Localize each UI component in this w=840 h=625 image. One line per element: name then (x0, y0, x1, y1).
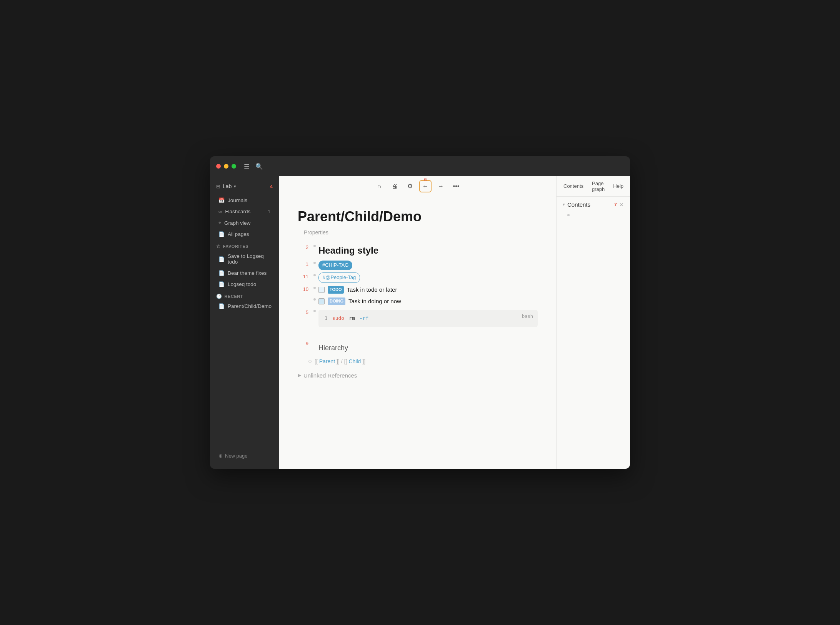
contents-caret-icon[interactable]: ▾ (563, 202, 565, 207)
page-title: Parent/Child/Demo (298, 209, 538, 225)
plugins-button[interactable]: ⚙ (404, 180, 416, 192)
maximize-button[interactable] (232, 164, 236, 169)
block-row: 11 #@People-Tag (298, 272, 538, 283)
workspace-name: Lab (223, 183, 232, 189)
sidebar-item-save-logseq[interactable]: 📄 Save to Logseq todo (212, 251, 277, 267)
contents-dot (567, 214, 570, 216)
block-number (298, 297, 308, 298)
todo-text: Task in todo or later (347, 285, 397, 294)
forward-button[interactable]: → (435, 180, 447, 192)
block-bullet (311, 272, 318, 276)
doing-text: Task in doing or now (348, 297, 401, 306)
block-bullet (311, 243, 318, 247)
forward-icon: → (438, 183, 444, 190)
block-row: 10 TODO Task in todo or later (298, 285, 538, 294)
sidebar-item-journals[interactable]: 📅 Journals (212, 195, 277, 206)
back-badge: 6 (424, 177, 427, 182)
workspace-selector[interactable]: ⊟ Lab ▾ 4 (210, 181, 279, 192)
code-sudo: sudo (332, 314, 344, 323)
hierarchy-separator: / (341, 358, 343, 364)
clock-icon: 🕐 (216, 294, 222, 299)
star-icon: ☆ (216, 244, 221, 249)
hierarchy-child-link[interactable]: Child (348, 358, 361, 364)
workspace-icon: ⊟ (216, 184, 220, 189)
hierarchy-bullet (308, 360, 312, 363)
code-lang: bash (522, 313, 533, 320)
hierarchy-row: [[ Parent ]] / [[ Child ]] (298, 358, 538, 364)
page-properties: Properties (298, 229, 538, 236)
workspace-caret-icon: ▾ (234, 184, 236, 189)
unlinked-references: ▶ Unlinked References (298, 372, 538, 379)
sidebar-bottom: ⊕ New page (210, 448, 279, 464)
todo-checkbox[interactable] (318, 287, 325, 293)
journals-icon: 📅 (218, 197, 225, 203)
sidebar-item-label: Parent/Child/Demo (228, 303, 272, 309)
unlinked-refs-caret-icon[interactable]: ▶ (298, 373, 301, 378)
toolbar: ⌂ 🖨 ⚙ ← 6 → ••• (279, 176, 556, 196)
minimize-button[interactable] (224, 164, 228, 169)
titlebar: ☰ 🔍 (210, 156, 630, 176)
more-button[interactable]: ••• (450, 180, 462, 192)
code-flag: -rf (360, 314, 368, 323)
page-icon: 📄 (218, 303, 225, 309)
sidebar-item-all-pages[interactable]: 📄 All pages (212, 229, 277, 239)
tab-page-graph[interactable]: Page graph (588, 179, 608, 194)
close-button[interactable] (216, 164, 221, 169)
close-icon[interactable]: ✕ (619, 202, 624, 208)
tab-help[interactable]: Help (609, 181, 627, 191)
block-number: 10 (298, 285, 308, 292)
contents-header: ▾ Contents 7 ✕ (557, 197, 630, 211)
sidebar-item-label: All pages (228, 231, 249, 237)
new-page-icon: ⊕ (218, 453, 223, 459)
block-bullet (311, 285, 318, 289)
code-block: bash 1 sudo rm -rf (318, 310, 538, 327)
sidebar: ⊟ Lab ▾ 4 📅 Journals ∞ Flashcards 1 ⌖ Gr… (210, 176, 279, 469)
home-button[interactable]: ⌂ (373, 180, 385, 192)
block-row: 5 bash 1 sudo rm -rf (298, 308, 538, 327)
tab-contents[interactable]: Contents (560, 181, 587, 191)
home-icon: ⌂ (377, 183, 381, 190)
sidebar-item-recent-parent-child[interactable]: 📄 Parent/Child/Demo (212, 301, 277, 311)
menu-icon[interactable]: ☰ (244, 163, 249, 170)
doing-checkbox[interactable] (318, 298, 325, 304)
back-icon: ← (422, 183, 428, 190)
sidebar-item-label: Journals (228, 197, 247, 203)
contents-title: Contents (567, 201, 590, 208)
hierarchy-parent-link[interactable]: Parent (319, 358, 335, 364)
people-tag[interactable]: #@People-Tag (318, 272, 360, 283)
block-content-people-tag: #@People-Tag (318, 272, 538, 283)
right-panel-top-tabs: Contents Page graph Help ⬜ (557, 176, 630, 196)
block-bullet (311, 260, 318, 264)
block-content-todo: TODO Task in todo or later (318, 285, 538, 294)
todo-badge: TODO (328, 286, 344, 294)
center-panel: ⌂ 🖨 ⚙ ← 6 → ••• (279, 176, 556, 469)
flashcards-icon: ∞ (218, 209, 222, 214)
sidebar-item-bear-theme[interactable]: 📄 Bear theme fixes (212, 268, 277, 278)
block-row: 1 #CHIP-TAG (298, 260, 538, 270)
block-number: 11 (298, 272, 308, 279)
block-bullet (311, 297, 318, 301)
more-icon: ••• (453, 183, 460, 190)
block-number: 2 (298, 243, 308, 250)
flashcards-badge: 1 (268, 209, 270, 214)
block-bullet (311, 339, 318, 341)
sidebar-item-logseq-todo[interactable]: 📄 Logseq todo (212, 279, 277, 289)
new-page-button[interactable]: ⊕ New page (212, 451, 277, 461)
block-content-heading: Heading style (318, 243, 538, 258)
unlinked-refs-label: Unlinked References (303, 372, 357, 379)
sidebar-item-flashcards[interactable]: ∞ Flashcards 1 (212, 206, 277, 217)
hierarchy-number: 9 (298, 339, 308, 346)
layout-icon[interactable]: ⬜ (628, 180, 630, 192)
block-content-code: bash 1 sudo rm -rf (318, 308, 538, 327)
sidebar-item-label: Bear theme fixes (228, 270, 267, 276)
print-button[interactable]: 🖨 (388, 180, 401, 192)
chip-tag[interactable]: #CHIP-TAG (318, 261, 352, 270)
page-content: Parent/Child/Demo Properties 2 Heading s… (279, 196, 556, 469)
search-icon[interactable]: 🔍 (255, 163, 263, 170)
block-number: 1 (298, 260, 308, 267)
sidebar-item-graph-view[interactable]: ⌖ Graph view (212, 217, 277, 228)
all-pages-icon: 📄 (218, 231, 225, 237)
new-page-label: New page (225, 453, 248, 459)
doing-badge: DOING (328, 297, 345, 305)
block-row: 2 Heading style (298, 243, 538, 258)
